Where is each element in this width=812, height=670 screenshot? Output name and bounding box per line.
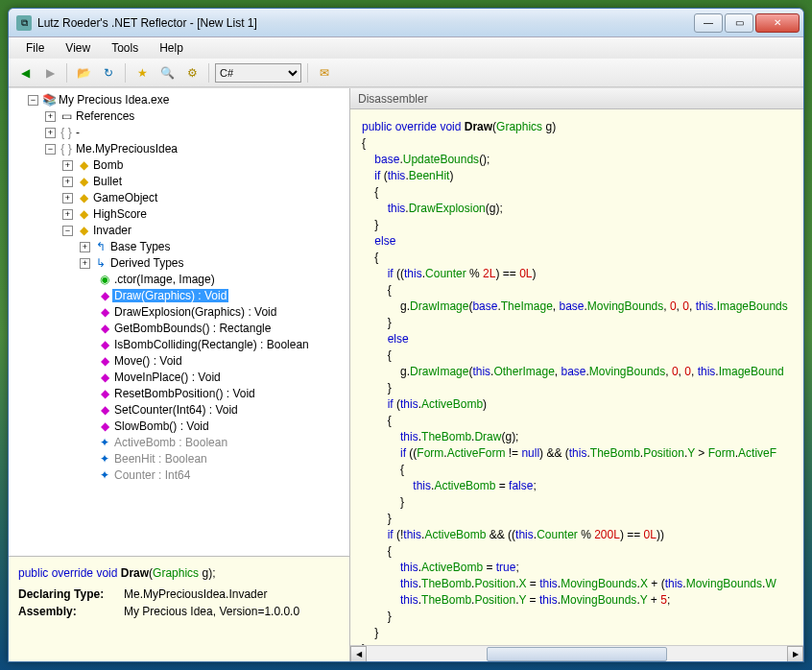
tree-dash[interactable]: +{ }- <box>11 125 347 141</box>
disassembler-header: Disassembler <box>350 88 803 109</box>
method-icon: ◆ <box>97 304 112 321</box>
search-button[interactable]: 🔍 <box>156 62 178 84</box>
method-icon: ◆ <box>97 321 112 337</box>
namespace-icon: { } <box>59 125 74 141</box>
declaring-type-label: Declaring Type: <box>18 587 124 601</box>
assembly-value: My Precious Idea, Version=1.0.0.0 <box>124 605 299 618</box>
separator <box>307 63 308 83</box>
method-icon: ◆ <box>97 337 112 353</box>
tree-references[interactable]: +▭References <box>11 108 347 125</box>
assembly-icon: 📚 <box>41 92 57 108</box>
tree-namespace[interactable]: −{ }Me.MyPreciousIdea <box>11 141 347 157</box>
expander-icon[interactable]: + <box>62 193 73 203</box>
code-view[interactable]: public override void Draw(Graphics g) { … <box>350 109 803 645</box>
method-icon: ◆ <box>97 288 112 304</box>
left-pane: −📚My Precious Idea.exe +▭References +{ }… <box>9 88 350 661</box>
tree-draw-selected[interactable]: ◆Draw(Graphics) : Void <box>11 288 347 304</box>
refresh-button[interactable]: ↻ <box>98 62 119 84</box>
window-title: Lutz Roeder's .NET Reflector - [New List… <box>37 16 694 30</box>
right-pane: Disassembler public override void Draw(G… <box>350 88 803 661</box>
tree-class[interactable]: +◆HighScore <box>11 206 347 223</box>
info-pane: public override void Draw(Graphics g); D… <box>9 556 349 661</box>
expander-icon[interactable]: + <box>62 177 73 187</box>
class-icon: ◆ <box>76 190 91 206</box>
property-icon: ✦ <box>97 467 112 484</box>
menu-help[interactable]: Help <box>150 39 193 57</box>
separator <box>125 63 126 83</box>
assembly-label: Assembly: <box>18 605 124 618</box>
menu-file[interactable]: File <box>16 39 54 57</box>
expander-icon[interactable]: + <box>45 128 56 138</box>
tree-method[interactable]: ◆GetBombBounds() : Rectangle <box>11 321 347 337</box>
class-icon: ◆ <box>76 157 91 174</box>
declaring-type-row: Declaring Type: Me.MyPreciousIdea.Invade… <box>18 587 340 601</box>
horizontal-scrollbar[interactable]: ◀ ▶ <box>350 645 803 661</box>
assembly-tree[interactable]: −📚My Precious Idea.exe +▭References +{ }… <box>9 88 349 556</box>
tree-class[interactable]: +◆Bullet <box>11 174 347 190</box>
tree-method[interactable]: ◆SetCounter(Int64) : Void <box>11 402 347 419</box>
expander-icon[interactable]: + <box>62 209 73 220</box>
language-select[interactable]: C# <box>215 63 301 83</box>
tree-invader[interactable]: −◆Invader <box>11 223 347 239</box>
tree-ctor[interactable]: ◉.ctor(Image, Image) <box>11 272 347 288</box>
tree-property[interactable]: ✦Counter : Int64 <box>11 467 347 484</box>
tree-method[interactable]: ◆IsBombColliding(Rectangle) : Boolean <box>11 337 347 353</box>
arrow-icon: ↰ <box>93 239 108 255</box>
declaring-type-value: Me.MyPreciousIdea.Invader <box>124 587 267 601</box>
forward-button[interactable]: ▶ <box>39 62 60 84</box>
class-icon: ◆ <box>76 206 91 223</box>
class-icon: ◆ <box>76 223 91 239</box>
toolbar: ◀ ▶ 📂 ↻ ★ 🔍 ⚙ C# ✉ <box>9 59 803 87</box>
method-icon: ◆ <box>97 370 112 386</box>
titlebar[interactable]: ⧉ Lutz Roeder's .NET Reflector - [New Li… <box>9 9 803 37</box>
tree-derivedtypes[interactable]: +↳Derived Types <box>11 255 347 272</box>
tree-method[interactable]: ◆Move() : Void <box>11 353 347 370</box>
menu-view[interactable]: View <box>56 39 100 57</box>
class-icon: ◆ <box>76 174 91 190</box>
tree-property[interactable]: ✦BeenHit : Boolean <box>11 451 347 467</box>
expander-icon[interactable]: + <box>80 242 90 252</box>
expander-icon[interactable]: − <box>45 144 56 155</box>
scroll-right-button[interactable]: ▶ <box>787 646 803 661</box>
minimize-button[interactable]: — <box>694 13 723 33</box>
app-icon: ⧉ <box>16 15 32 31</box>
method-icon: ◆ <box>97 386 112 402</box>
separator <box>66 63 67 83</box>
tree-property[interactable]: ✦ActiveBomb : Boolean <box>11 435 347 451</box>
tree-method[interactable]: ◆MoveInPlace() : Void <box>11 370 347 386</box>
maximize-button[interactable]: ▭ <box>725 13 753 33</box>
tree-class[interactable]: +◆GameObject <box>11 190 347 206</box>
tree-root[interactable]: −📚My Precious Idea.exe <box>11 92 347 108</box>
namespace-icon: { } <box>59 141 74 157</box>
menu-tools[interactable]: Tools <box>102 39 148 57</box>
signature-line: public override void Draw(Graphics g); <box>18 566 340 580</box>
tree-basetypes[interactable]: +↰Base Types <box>11 239 347 255</box>
property-icon: ✦ <box>97 435 112 451</box>
app-window: ⧉ Lutz Roeder's .NET Reflector - [New Li… <box>8 8 804 662</box>
method-icon: ◆ <box>97 402 112 419</box>
content-area: −📚My Precious Idea.exe +▭References +{ }… <box>9 87 803 661</box>
expander-icon[interactable]: − <box>62 226 73 236</box>
menubar: File View Tools Help <box>9 37 803 59</box>
close-button[interactable]: ✕ <box>755 13 800 33</box>
expander-icon[interactable]: + <box>62 160 73 171</box>
open-button[interactable]: 📂 <box>73 62 94 84</box>
expander-icon[interactable]: − <box>28 95 38 106</box>
expander-icon[interactable]: + <box>45 111 56 122</box>
separator <box>208 63 209 83</box>
back-button[interactable]: ◀ <box>14 62 36 84</box>
method-icon: ◆ <box>97 419 112 435</box>
scroll-thumb[interactable] <box>487 647 668 661</box>
assembly-row: Assembly: My Precious Idea, Version=1.0.… <box>18 605 340 618</box>
tree-method[interactable]: ◆SlowBomb() : Void <box>11 419 347 435</box>
tree-class[interactable]: +◆Bomb <box>11 157 347 174</box>
expander-icon[interactable]: + <box>80 258 90 269</box>
scroll-left-button[interactable]: ◀ <box>350 646 367 661</box>
tree-method[interactable]: ◆ResetBombPosition() : Void <box>11 386 347 402</box>
arrow-icon: ↳ <box>93 255 108 272</box>
options-button[interactable]: ⚙ <box>181 62 203 84</box>
tree-method[interactable]: ◆DrawExplosion(Graphics) : Void <box>11 304 347 321</box>
favorite-button[interactable]: ★ <box>131 62 153 84</box>
mail-button[interactable]: ✉ <box>314 62 335 84</box>
method-icon: ◉ <box>97 272 112 288</box>
